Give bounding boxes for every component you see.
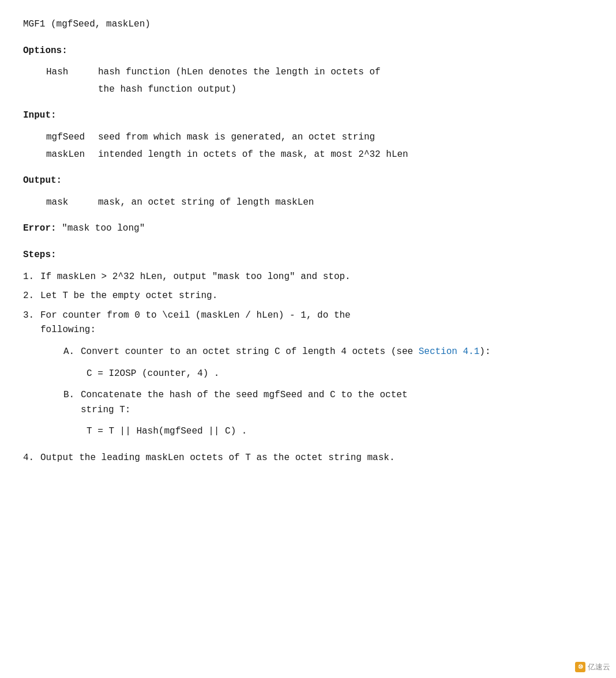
input-param-name-mgfseed: mgfSeed xyxy=(46,130,98,145)
function-signature: MGF1 (mgfSeed, maskLen) xyxy=(23,17,577,32)
sub-step-a-text-after: ): xyxy=(479,346,490,357)
error-value: "mask too long" xyxy=(62,223,145,233)
input-param-row-masklen: maskLen intended length in octets of the… xyxy=(23,148,577,163)
step-3-content: For counter from 0 to \ceil (maskLen / h… xyxy=(40,308,577,446)
input-section: Input: mgfSeed seed from which mask is g… xyxy=(23,108,577,162)
sub-step-b-content: Concatenate the hash of the seed mgfSeed… xyxy=(81,388,577,417)
step-2-number: 2. xyxy=(23,289,40,304)
output-section: Output: mask mask, an octet string of le… xyxy=(23,174,577,210)
sub-step-b-text-line1: Concatenate the hash of the seed mgfSeed… xyxy=(81,388,577,403)
sub-step-b-row: B. Concatenate the hash of the seed mgfS… xyxy=(40,388,577,417)
output-param-name: mask xyxy=(46,195,98,210)
steps-title: Steps: xyxy=(23,248,577,263)
options-title: Options: xyxy=(23,44,577,59)
step-2: 2. Let T be the empty octet string. xyxy=(23,289,577,304)
output-param-desc: mask, an octet string of length maskLen xyxy=(98,195,577,210)
error-title: Error: xyxy=(23,223,57,233)
sub-step-b-formula: T = T || Hash(mgfSeed || C) . xyxy=(40,424,577,439)
input-param-desc-mgfseed: seed from which mask is generated, an oc… xyxy=(98,130,577,145)
sub-step-b-label: B. xyxy=(63,388,81,417)
options-desc-indent: the hash function output) xyxy=(23,82,577,97)
step-1-number: 1. xyxy=(23,270,40,285)
input-param-desc-masklen: intended length in octets of the mask, a… xyxy=(98,148,577,163)
watermark-icon: ⑩ xyxy=(575,662,585,672)
sub-step-b-text-line2: string T: xyxy=(81,403,577,418)
step-4: 4. Output the leading maskLen octets of … xyxy=(23,451,577,466)
input-param-name-masklen: maskLen xyxy=(46,148,98,163)
sub-step-a-text-line1: Convert counter to an octet string C of … xyxy=(81,345,577,360)
options-desc-line2: the hash function output) xyxy=(98,84,236,95)
step-1-text: If maskLen > 2^32 hLen, output "mask too… xyxy=(40,270,577,285)
step-3-number: 3. xyxy=(23,308,40,446)
sub-step-b: B. Concatenate the hash of the seed mgfS… xyxy=(40,388,577,439)
output-title: Output: xyxy=(23,174,577,189)
sub-step-a: A. Convert counter to an octet string C … xyxy=(40,345,577,381)
step-3: 3. For counter from 0 to \ceil (maskLen … xyxy=(23,308,577,446)
error-section: Error: "mask too long" xyxy=(23,221,577,236)
options-param-name: Hash xyxy=(46,65,98,80)
sub-step-a-content: Convert counter to an octet string C of … xyxy=(81,345,577,360)
function-signature-text: MGF1 (mgfSeed, maskLen) xyxy=(23,19,151,29)
steps-section: Steps: 1. If maskLen > 2^32 hLen, output… xyxy=(23,248,577,466)
watermark: ⑩ 亿速云 xyxy=(575,662,610,672)
watermark-text: 亿速云 xyxy=(588,662,610,672)
sub-step-a-label: A. xyxy=(63,345,81,360)
step-3-text-line1: For counter from 0 to \ceil (maskLen / h… xyxy=(40,308,577,323)
output-param-row: mask mask, an octet string of length mas… xyxy=(23,195,577,210)
input-param-row-mgfseed: mgfSeed seed from which mask is generate… xyxy=(23,130,577,145)
step-4-number: 4. xyxy=(23,451,40,466)
sub-step-a-formula: C = I2OSP (counter, 4) . xyxy=(40,367,577,382)
section-4-1-link[interactable]: Section 4.1 xyxy=(419,346,480,357)
options-section: Options: Hash hash function (hLen denote… xyxy=(23,44,577,97)
step-4-text: Output the leading maskLen octets of T a… xyxy=(40,451,577,466)
options-param-desc: hash function (hLen denotes the length i… xyxy=(98,65,577,80)
step-2-text: Let T be the empty octet string. xyxy=(40,289,577,304)
step-3-text: For counter from 0 to \ceil (maskLen / h… xyxy=(40,310,351,321)
main-content: MGF1 (mgfSeed, maskLen) Options: Hash ha… xyxy=(23,17,577,465)
sub-step-a-text: Convert counter to an octet string C of … xyxy=(81,346,413,357)
step-3-text-line2: following: xyxy=(40,323,577,338)
step-1: 1. If maskLen > 2^32 hLen, output "mask … xyxy=(23,270,577,285)
input-title: Input: xyxy=(23,108,577,123)
sub-step-a-row: A. Convert counter to an octet string C … xyxy=(40,345,577,360)
options-desc-line1: hash function (hLen denotes the length i… xyxy=(98,67,381,77)
options-param-row: Hash hash function (hLen denotes the len… xyxy=(23,65,577,80)
